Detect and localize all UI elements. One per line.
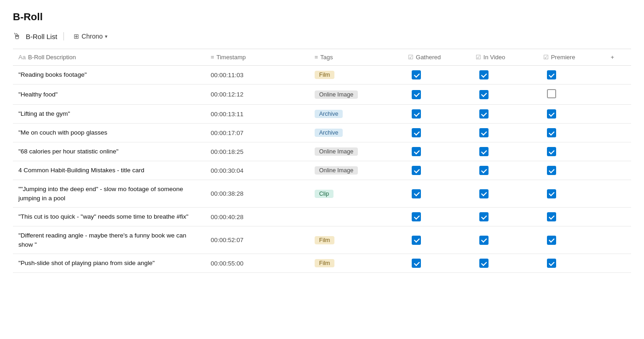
- add-column-icon[interactable]: +: [610, 54, 614, 61]
- invideo-cell[interactable]: [470, 208, 538, 226]
- toolbar: 🖱 B-Roll List ⊞ Chrono ▾: [13, 31, 631, 41]
- invideo-checked-icon[interactable]: [479, 70, 489, 79]
- timestamp-cell: 00:00:13:11: [205, 105, 309, 124]
- gathered-cell[interactable]: [402, 226, 470, 254]
- premiere-checked-icon[interactable]: [547, 147, 556, 156]
- timestamp-cell: 00:00:55:00: [205, 254, 309, 273]
- broll-table: Aa B-Roll Description ≡ Timestamp ≡: [13, 49, 631, 273]
- premiere-cell[interactable]: [538, 142, 605, 161]
- view-selector[interactable]: ⊞ Chrono ▾: [70, 31, 111, 41]
- premiere-checked-icon[interactable]: [547, 236, 556, 245]
- gathered-checked-icon[interactable]: [412, 128, 421, 137]
- add-col-cell: [605, 85, 631, 105]
- timestamp-cell: 00:00:12:12: [205, 85, 309, 105]
- gathered-checked-icon[interactable]: [412, 166, 421, 175]
- invideo-checked-icon[interactable]: [479, 212, 489, 221]
- invideo-checked-icon[interactable]: [479, 128, 489, 137]
- premiere-cell[interactable]: [538, 85, 605, 105]
- text-icon: Aa: [18, 54, 26, 61]
- premiere-cell[interactable]: [538, 226, 605, 254]
- desc-cell: "Lifting at the gym": [13, 105, 205, 124]
- table-row: "Lifting at the gym"00:00:13:11Archive: [13, 105, 631, 124]
- invideo-checked-icon[interactable]: [479, 259, 489, 268]
- desc-cell: "Push-slide shot of playing piano from s…: [13, 254, 205, 273]
- invideo-cell[interactable]: [470, 66, 538, 85]
- gathered-checked-icon[interactable]: [412, 90, 421, 99]
- gathered-cell[interactable]: [402, 85, 470, 105]
- table-container: Aa B-Roll Description ≡ Timestamp ≡: [13, 49, 631, 273]
- view-label: Chrono: [81, 33, 103, 40]
- desc-cell: "68 calories per hour statistic online": [13, 142, 205, 161]
- gathered-cell[interactable]: [402, 208, 470, 226]
- premiere-checked-icon[interactable]: [547, 128, 556, 137]
- gathered-cell[interactable]: [402, 124, 470, 142]
- premiere-cell[interactable]: [538, 208, 605, 226]
- page-container: B-Roll 🖱 B-Roll List ⊞ Chrono ▾: [0, 0, 644, 284]
- premiere-checked-icon[interactable]: [547, 166, 556, 175]
- invideo-cell[interactable]: [470, 161, 538, 180]
- premiere-cell[interactable]: [538, 161, 605, 180]
- gathered-checked-icon[interactable]: [412, 212, 421, 221]
- gathered-cell[interactable]: [402, 161, 470, 180]
- premiere-unchecked-icon[interactable]: [547, 89, 556, 98]
- invideo-checked-icon[interactable]: [479, 166, 489, 175]
- timestamp-cell: 00:00:52:07: [205, 226, 309, 254]
- gathered-cell[interactable]: [402, 66, 470, 85]
- gathered-checked-icon[interactable]: [412, 70, 421, 79]
- invideo-cell[interactable]: [470, 85, 538, 105]
- gathered-checked-icon[interactable]: [412, 109, 421, 119]
- tag-pill: Online Image: [315, 90, 358, 99]
- gathered-cell[interactable]: [402, 180, 470, 208]
- timestamp-cell: 00:00:30:04: [205, 161, 309, 180]
- tags-list-icon: ≡: [315, 54, 318, 61]
- tag-pill: Archive: [315, 110, 343, 118]
- premiere-check-icon: ☑: [543, 54, 549, 61]
- gathered-cell[interactable]: [402, 105, 470, 124]
- timestamp-cell: 00:00:40:28: [205, 208, 309, 226]
- timestamp-cell: 00:00:17:07: [205, 124, 309, 142]
- gathered-checked-icon[interactable]: [412, 236, 421, 245]
- invideo-cell[interactable]: [470, 254, 538, 273]
- invideo-cell[interactable]: [470, 226, 538, 254]
- col-header-desc: Aa B-Roll Description: [13, 49, 205, 66]
- tag-cell: Archive: [309, 124, 402, 142]
- tag-pill: Online Image: [315, 166, 358, 175]
- invideo-checked-icon[interactable]: [479, 90, 489, 99]
- toolbar-separator: [63, 32, 64, 40]
- desc-cell: ""Jumping into the deep end" - slow mo f…: [13, 180, 205, 208]
- desc-cell: "Reading books footage": [13, 66, 205, 85]
- gathered-checked-icon[interactable]: [412, 189, 421, 198]
- col-header-add[interactable]: +: [605, 49, 631, 66]
- gathered-checked-icon[interactable]: [412, 147, 421, 156]
- premiere-cell[interactable]: [538, 254, 605, 273]
- premiere-checked-icon[interactable]: [547, 70, 556, 79]
- premiere-checked-icon[interactable]: [547, 212, 556, 221]
- premiere-cell[interactable]: [538, 180, 605, 208]
- invideo-cell[interactable]: [470, 180, 538, 208]
- invideo-checked-icon[interactable]: [479, 189, 489, 198]
- premiere-checked-icon[interactable]: [547, 259, 556, 268]
- gathered-cell[interactable]: [402, 142, 470, 161]
- gathered-cell[interactable]: [402, 254, 470, 273]
- invideo-cell[interactable]: [470, 105, 538, 124]
- invideo-cell[interactable]: [470, 142, 538, 161]
- invideo-checked-icon[interactable]: [479, 236, 489, 245]
- add-col-cell: [605, 66, 631, 85]
- desc-cell: 4 Common Habit-Building Mistakes - title…: [13, 161, 205, 180]
- col-header-premiere: ☑ Premiere: [538, 49, 605, 66]
- broll-icon: 🖱: [13, 32, 21, 41]
- table-row: "Healthy food"00:00:12:12Online Image: [13, 85, 631, 105]
- invideo-checked-icon[interactable]: [479, 147, 489, 156]
- list-label: B-Roll List: [26, 33, 57, 40]
- premiere-cell[interactable]: [538, 105, 605, 124]
- list-icon: ≡: [211, 54, 214, 61]
- tag-pill: Film: [315, 236, 335, 244]
- premiere-checked-icon[interactable]: [547, 189, 556, 198]
- gathered-checked-icon[interactable]: [412, 259, 421, 268]
- premiere-checked-icon[interactable]: [547, 109, 556, 119]
- desc-cell: "This cut is too quick - "way" needs som…: [13, 208, 205, 226]
- premiere-cell[interactable]: [538, 124, 605, 142]
- invideo-checked-icon[interactable]: [479, 109, 489, 119]
- premiere-cell[interactable]: [538, 66, 605, 85]
- invideo-cell[interactable]: [470, 124, 538, 142]
